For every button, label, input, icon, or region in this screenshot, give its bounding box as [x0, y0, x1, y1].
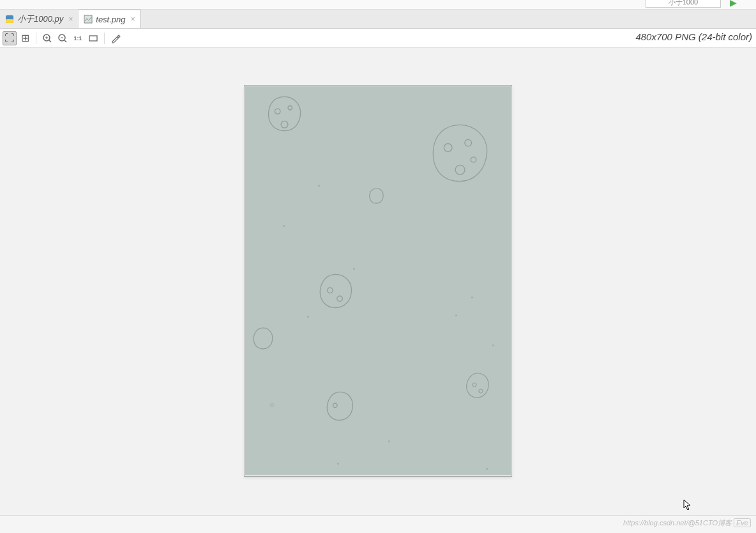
zoom-out-icon[interactable]	[56, 31, 70, 45]
python-file-icon	[5, 15, 14, 24]
tab-python-file[interactable]: 小于1000.py ×	[0, 10, 79, 28]
watermark-text: https://blog.csdn.net/@51CTO博客 Eve	[623, 518, 751, 528]
canvas-area	[0, 48, 756, 514]
separator	[104, 33, 105, 44]
image-file-icon	[84, 15, 93, 24]
color-picker-icon[interactable]	[109, 31, 123, 45]
svg-rect-1	[6, 19, 13, 23]
image-info-label: 480x700 PNG (24-bit color)	[635, 31, 752, 42]
zoom-in-icon[interactable]	[40, 31, 54, 45]
tab-label: test.png	[96, 15, 125, 24]
fit-window-icon[interactable]	[86, 31, 100, 45]
top-config-field[interactable]: 小于1000	[646, 0, 721, 8]
play-icon[interactable]: ▶	[730, 0, 737, 8]
svg-line-4	[49, 40, 51, 42]
svg-rect-10	[89, 36, 97, 41]
close-icon[interactable]: ×	[131, 15, 135, 24]
fullscreen-icon[interactable]: ⛶	[3, 31, 17, 45]
svg-rect-2	[84, 15, 92, 23]
image-preview[interactable]	[244, 85, 512, 477]
window-top-bar: 小于1000 ▶	[0, 0, 756, 10]
separator	[36, 33, 36, 44]
svg-line-8	[64, 40, 66, 42]
tab-image-file[interactable]: test.png ×	[79, 10, 140, 28]
tab-bar: 小于1000.py × test.png ×	[0, 10, 756, 29]
grid-icon[interactable]: ⊞	[18, 31, 32, 45]
zoom-actual-icon[interactable]: 1:1	[71, 31, 85, 45]
tab-label: 小于1000.py	[17, 13, 63, 25]
close-icon[interactable]: ×	[68, 15, 73, 24]
